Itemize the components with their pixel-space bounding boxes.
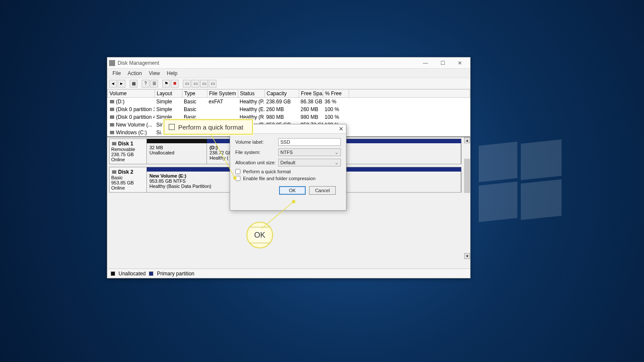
minimize-button[interactable]: — — [417, 57, 434, 69]
menu-action[interactable]: Action — [124, 69, 145, 77]
delete-button[interactable]: ✖ — [171, 80, 179, 87]
quick-format-label: Perform a quick format — [243, 169, 291, 174]
legend-primary: Primary partition — [157, 271, 194, 277]
tool-d-button[interactable]: ▭ — [209, 80, 216, 87]
callout-label: Perform a quick format — [178, 124, 243, 131]
col-status[interactable]: Status — [238, 90, 265, 97]
ok-button[interactable]: OK — [279, 186, 306, 195]
disk2-state: Online — [111, 185, 145, 190]
volume-icon — [110, 131, 114, 134]
help-button[interactable]: ? — [142, 80, 149, 87]
menubar: File Action View Help — [107, 69, 470, 78]
menu-file[interactable]: File — [109, 69, 124, 77]
tool-c-button[interactable]: ▭ — [200, 80, 208, 87]
volume-label-input[interactable]: SSD — [278, 138, 341, 146]
app-icon — [109, 60, 115, 66]
compression-input[interactable] — [235, 176, 240, 181]
col-free[interactable]: Free Spa... — [299, 90, 323, 97]
disk1-partition-unallocated[interactable]: 32 MB Unallocated — [147, 143, 207, 164]
disk1-info[interactable]: Disk 1 Removable 238.75 GB Online — [109, 139, 147, 164]
disk2-size: 953.85 GB — [111, 180, 145, 185]
volume-icon — [110, 108, 114, 111]
disk1-p1-size: 32 MB — [149, 145, 204, 150]
chevron-down-icon: ⌄ — [334, 160, 339, 166]
back-button[interactable]: ◄ — [109, 80, 117, 87]
menu-help[interactable]: Help — [164, 69, 181, 77]
allocation-size-select[interactable]: Default⌄ — [278, 159, 341, 166]
scroll-down-button[interactable]: ▾ — [464, 253, 470, 259]
disk1-size: 238.75 GB — [111, 152, 145, 157]
quick-format-checkbox[interactable]: Perform a quick format — [235, 169, 341, 174]
volume-label-label: Volume label: — [235, 139, 278, 145]
disk1-part1-bar — [147, 139, 207, 143]
disk1-p1-status: Unallocated — [149, 150, 204, 155]
close-button[interactable]: ✕ — [451, 57, 468, 69]
toolbar: ◄ ► ▦ ? ☰ ⚑ ✖ ▭ ▭ ▭ ▭ — [107, 78, 470, 89]
refresh-button[interactable]: ▦ — [130, 80, 137, 87]
disk2-p-name: New Volume (E:) — [149, 173, 186, 178]
volume-icon — [110, 123, 114, 127]
disk2-info[interactable]: Disk 2 Basic 953.85 GB Online — [109, 167, 147, 193]
col-capacity[interactable]: Capacity — [265, 90, 299, 97]
format-dialog: ✕ Volume label: SSD File system: NTFS⌄ A… — [230, 124, 346, 211]
quick-format-input[interactable] — [235, 169, 240, 174]
disk2-kind: Basic — [111, 175, 145, 180]
chevron-down-icon: ⌄ — [334, 149, 339, 155]
legend: Unallocated Primary partition — [107, 268, 470, 278]
windows-logo — [479, 144, 560, 225]
cancel-button[interactable]: Cancel — [309, 186, 336, 195]
col-pctfree[interactable]: % Free — [323, 90, 349, 97]
dialog-close-icon[interactable]: ✕ — [339, 126, 343, 132]
allocation-size-label: Allocation unit size: — [235, 160, 278, 165]
legend-swatch-primary — [149, 272, 153, 276]
tool-b-button[interactable]: ▭ — [191, 80, 199, 87]
legend-swatch-unallocated — [111, 272, 115, 276]
checkbox-icon — [169, 124, 175, 130]
list-button[interactable]: ☰ — [150, 80, 158, 87]
compression-checkbox[interactable]: Enable file and folder compression — [235, 176, 341, 181]
tool-a-button[interactable]: ▭ — [183, 80, 191, 87]
disk-icon — [112, 170, 116, 174]
properties-button[interactable]: ⚑ — [162, 80, 170, 87]
menu-view[interactable]: View — [146, 69, 164, 77]
col-type[interactable]: Type — [182, 90, 207, 97]
disk1-state: Online — [111, 157, 145, 162]
volume-icon — [110, 115, 114, 119]
window-title: Disk Management — [118, 60, 159, 66]
titlebar[interactable]: Disk Management — ☐ ✕ — [107, 57, 470, 69]
volume-row[interactable]: (Disk 0 partition 4)SimpleBasicHealthy (… — [107, 113, 470, 121]
col-layout[interactable]: Layout — [155, 90, 182, 97]
maximize-button[interactable]: ☐ — [434, 57, 451, 69]
forward-button[interactable]: ► — [118, 80, 125, 87]
disk1-title: Disk 1 — [118, 141, 133, 147]
volume-list-header[interactable]: Volume Layout Type File System Status Ca… — [107, 89, 470, 98]
compression-label: Enable file and folder compression — [243, 176, 316, 181]
volume-row[interactable]: (D:)SimpleBasicexFATHealthy (P...238.69 … — [107, 98, 470, 106]
filesystem-select[interactable]: NTFS⌄ — [278, 148, 341, 156]
callout-quick-format: Perform a quick format — [164, 119, 253, 135]
disk1-kind: Removable — [111, 147, 145, 152]
volume-icon — [110, 100, 114, 103]
disk2-title: Disk 2 — [118, 169, 133, 175]
legend-unallocated: Unallocated — [118, 271, 146, 277]
filesystem-label: File system: — [235, 150, 278, 155]
disk1-p2-name: (D:) — [210, 145, 218, 150]
col-volume[interactable]: Volume — [108, 90, 155, 97]
callout-ok-bubble: OK — [246, 222, 273, 248]
scroll-up-button[interactable]: ▴ — [464, 137, 470, 143]
ok-bubble-label: OK — [254, 231, 265, 240]
col-filesystem[interactable]: File System — [207, 90, 238, 97]
scrollbar-thumb[interactable] — [464, 159, 470, 193]
volume-row[interactable]: (Disk 0 partition 1)SimpleBasicHealthy (… — [107, 106, 470, 113]
disk-icon — [112, 142, 116, 145]
